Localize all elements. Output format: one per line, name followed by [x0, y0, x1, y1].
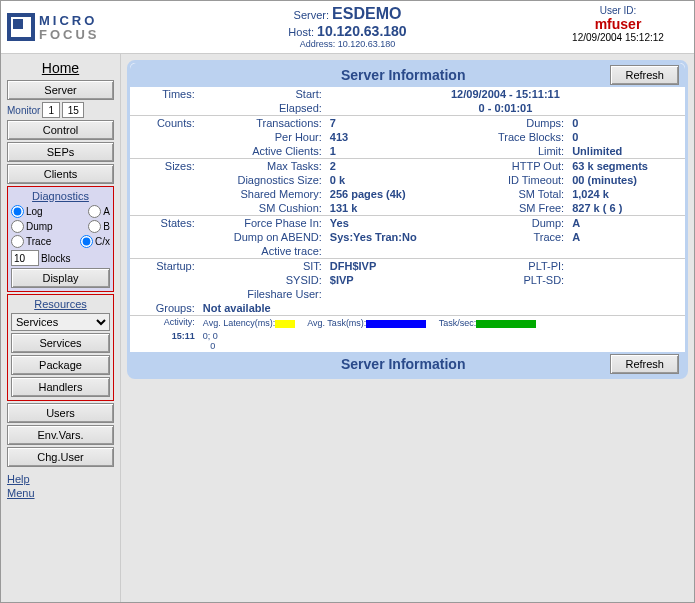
radio-dump[interactable]: Dump: [11, 220, 53, 233]
users-button[interactable]: Users: [7, 403, 114, 423]
resources-box: Resources Services Services Package Hand…: [7, 294, 114, 401]
svg-text:MICRO: MICRO: [39, 13, 97, 28]
display-button[interactable]: Display: [11, 268, 110, 288]
blocks-input[interactable]: [11, 250, 39, 266]
server-button[interactable]: Server: [7, 80, 114, 100]
task-bar: [366, 320, 426, 328]
help-link[interactable]: Help: [7, 473, 114, 485]
services-button[interactable]: Services: [11, 333, 110, 353]
address-value: Address: 10.120.63.180: [147, 39, 548, 49]
group-times: Times:: [130, 87, 199, 101]
chguser-button[interactable]: Chg.User: [7, 447, 114, 467]
group-activity: Activity:: [130, 316, 199, 331]
radio-log[interactable]: Log: [11, 205, 43, 218]
group-states: States:: [130, 216, 199, 231]
resources-select[interactable]: Services: [11, 313, 110, 331]
package-button[interactable]: Package: [11, 355, 110, 375]
userid-value: mfuser: [548, 16, 688, 32]
diagnostics-title[interactable]: Diagnostics: [11, 190, 110, 202]
control-button[interactable]: Control: [7, 120, 114, 140]
panel-title: Server Information: [136, 67, 610, 83]
title-bar-bottom: Server Information Refresh: [130, 352, 685, 376]
panel-title-bottom: Server Information: [136, 356, 610, 372]
resources-title[interactable]: Resources: [11, 298, 110, 310]
refresh-button-bottom[interactable]: Refresh: [610, 354, 679, 374]
sidebar: Home Server Monitor Control SEPs Clients…: [1, 54, 121, 602]
latency-bar: [275, 320, 295, 328]
monitor-input-1[interactable]: [42, 102, 60, 118]
server-name: Server: ESDEMO: [147, 5, 548, 23]
clients-button[interactable]: Clients: [7, 164, 114, 184]
info-table: Times: Start: 12/09/2004 - 15:11:11 Elap…: [130, 87, 685, 352]
blocks-label: Blocks: [41, 253, 70, 264]
group-startup: Startup:: [130, 259, 199, 274]
envvars-button[interactable]: Env.Vars.: [7, 425, 114, 445]
refresh-button-top[interactable]: Refresh: [610, 65, 679, 85]
home-link[interactable]: Home: [7, 60, 114, 76]
monitor-row: Monitor: [7, 102, 114, 118]
svg-rect-1: [13, 19, 23, 29]
title-bar-top: Server Information Refresh: [130, 63, 685, 87]
monitor-input-2[interactable]: [62, 102, 84, 118]
radio-trace[interactable]: Trace: [11, 235, 51, 248]
handlers-button[interactable]: Handlers: [11, 377, 110, 397]
logo: MICRO FOCUS: [7, 5, 147, 49]
host-value: Host: 10.120.63.180: [147, 23, 548, 39]
group-counts: Counts:: [130, 116, 199, 131]
userid-label: User ID:: [548, 5, 688, 16]
seps-button[interactable]: SEPs: [7, 142, 114, 162]
server-info-panel: Server Information Refresh Times: Start:…: [127, 60, 688, 379]
radio-b[interactable]: B: [88, 220, 110, 233]
radio-cx[interactable]: C/x: [80, 235, 110, 248]
timestamp: 12/09/2004 15:12:12: [548, 32, 688, 43]
radio-a[interactable]: A: [88, 205, 110, 218]
monitor-label: Monitor: [7, 105, 40, 116]
group-sizes: Sizes:: [130, 159, 199, 174]
menu-link[interactable]: Menu: [7, 487, 114, 499]
tasksec-bar: [476, 320, 536, 328]
group-groups: Groups:: [130, 301, 199, 316]
time-bucket: 15:11: [130, 330, 199, 352]
content-area: Server Information Refresh Times: Start:…: [121, 54, 694, 602]
svg-text:FOCUS: FOCUS: [39, 27, 100, 42]
diagnostics-box: Diagnostics Log A Dump B Trace C/x Block…: [7, 186, 114, 292]
page-header: MICRO FOCUS Server: ESDEMO Host: 10.120.…: [1, 1, 694, 54]
